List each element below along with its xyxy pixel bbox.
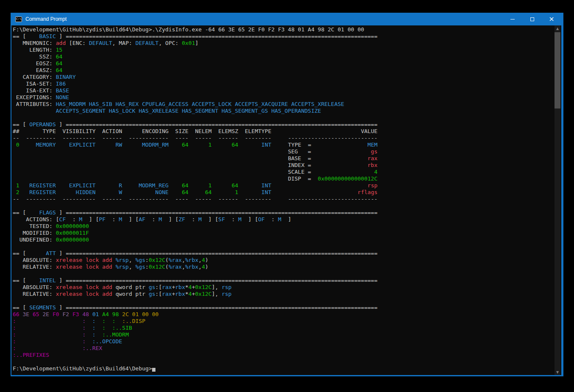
terminal-line: 2 REGISTER HIDDEN W NONE 64 64 1 INT rfl… bbox=[13, 189, 553, 196]
terminal-line: -- --------- ---------- ------ ---------… bbox=[13, 135, 553, 142]
terminal-line: UNDEFINED: 0x00000000 bbox=[13, 236, 553, 243]
terminal-line: -- --------- ---------- ------ ---------… bbox=[13, 196, 553, 203]
maximize-button[interactable] bbox=[522, 13, 542, 25]
terminal-line: MODIFIED: 0x0000011F bbox=[13, 230, 553, 236]
terminal-line bbox=[13, 270, 553, 277]
terminal-line: RELATIVE: xrelease lock add qword ptr gs… bbox=[13, 291, 553, 297]
terminal-line: EASZ: 64 bbox=[13, 67, 553, 74]
terminal-line: SCALE = 4 bbox=[13, 169, 553, 175]
terminal-line: SEG = gs bbox=[13, 148, 553, 155]
window-title: Command Prompt bbox=[25, 16, 67, 22]
terminal-line: ABSOLUTE: xrelease lock add %rsp, %gs:0x… bbox=[13, 257, 553, 264]
scroll-up-button[interactable]: ▲ bbox=[555, 25, 560, 31]
terminal-line: F:\Development\GitHub\zydis\Build64\Debu… bbox=[13, 365, 553, 372]
terminal-line: == [ INTEL ] ===========================… bbox=[13, 277, 553, 284]
terminal-line bbox=[13, 114, 553, 121]
terminal-line: : : : : :..SIB bbox=[13, 325, 553, 331]
terminal-line: : :..REX bbox=[13, 345, 553, 352]
scrollbar[interactable]: ▲ ▼ bbox=[555, 25, 560, 375]
terminal-line: MNEMONIC: add [ENC: DEFAULT, MAP: DEFAUL… bbox=[13, 40, 553, 47]
terminal-line: TESTED: 0x00000000 bbox=[13, 223, 553, 230]
terminal-line: 1 REGISTER EXPLICIT R MODRM_REG 64 1 64 … bbox=[13, 182, 553, 189]
minimize-button[interactable] bbox=[503, 13, 522, 25]
terminal-line: : : : : : :..DISP bbox=[13, 318, 553, 325]
terminal-line bbox=[13, 203, 553, 209]
maximize-icon bbox=[530, 17, 534, 21]
minimize-icon bbox=[510, 19, 515, 19]
terminal-line: 0 MEMORY EXPLICIT RW MODRM_RM 64 1 64 IN… bbox=[13, 142, 553, 148]
terminal-line: ABSOLUTE: xrelease lock add qword ptr gs… bbox=[13, 284, 553, 291]
terminal-line: INDEX = rbx bbox=[13, 162, 553, 169]
terminal-line: == [ ATT ] =============================… bbox=[13, 250, 553, 257]
close-button[interactable]: × bbox=[542, 13, 561, 25]
terminal-line bbox=[13, 359, 553, 365]
scrollbar-thumb[interactable] bbox=[555, 32, 560, 108]
terminal-line: SSZ: 64 bbox=[13, 53, 553, 60]
terminal-line: ISA-SET: I86 bbox=[13, 81, 553, 87]
terminal-line: :..PREFIXES bbox=[13, 352, 553, 359]
scroll-down-button[interactable]: ▼ bbox=[555, 369, 560, 375]
terminal-line: ACCEPTS_SEGMENT HAS_LOCK HAS_XRELEASE HA… bbox=[13, 108, 553, 114]
terminal-line: 66 3E 65 2E F0 F2 F3 48 01 A4 98 2C 01 0… bbox=[13, 311, 553, 318]
title-bar[interactable]: C:\ Command Prompt × bbox=[11, 13, 561, 25]
terminal-line: ATTRIBUTES: HAS_MODRM HAS_SIB HAS_REX CP… bbox=[13, 101, 553, 108]
close-icon: × bbox=[549, 16, 554, 22]
terminal-line bbox=[13, 297, 553, 304]
terminal-line: LENGTH: 15 bbox=[13, 47, 553, 53]
terminal-line: == [ BASIC ] ===========================… bbox=[13, 33, 553, 40]
terminal-line: RELATIVE: xrelease lock add %rsp, %gs:0x… bbox=[13, 264, 553, 270]
terminal-line: EXCEPTIONS: NONE bbox=[13, 94, 553, 101]
window-controls: × bbox=[503, 13, 561, 25]
terminal-line: BASE = rax bbox=[13, 155, 553, 162]
terminal-line: ## TYPE VISIBILITY ACTION ENCODING SIZE … bbox=[13, 128, 553, 135]
terminal-line: == [ FLAGS ] ===========================… bbox=[13, 209, 553, 216]
terminal-line: == [ SEGMENTS ] ========================… bbox=[13, 304, 553, 311]
terminal-line: EOSZ: 64 bbox=[13, 60, 553, 67]
terminal-output[interactable]: F:\Development\GitHub\zydis\Build64\Debu… bbox=[13, 26, 553, 375]
terminal-line: == [ OPERANDS ] ========================… bbox=[13, 121, 553, 128]
text-cursor bbox=[152, 368, 155, 372]
terminal-line: : : :..OPCODE bbox=[13, 338, 553, 345]
terminal-line: CATEGORY: BINARY bbox=[13, 74, 553, 81]
terminal-line bbox=[13, 243, 553, 250]
cmd-icon: C:\ bbox=[15, 17, 22, 22]
terminal-line: ISA-EXT: BASE bbox=[13, 87, 553, 94]
terminal-line: : : : :..MODRM bbox=[13, 331, 553, 338]
terminal-line: DISP = 0x000000000000012C bbox=[13, 175, 553, 182]
console-client-area: F:\Development\GitHub\zydis\Build64\Debu… bbox=[11, 25, 561, 375]
terminal-line: F:\Development\GitHub\zydis\Build64\Debu… bbox=[13, 26, 553, 33]
terminal-line: ACTIONS: [CF : M ] [PF : M ] [AF : M ] [… bbox=[13, 216, 553, 223]
command-prompt-window: C:\ Command Prompt × F:\Development\GitH… bbox=[11, 13, 563, 376]
